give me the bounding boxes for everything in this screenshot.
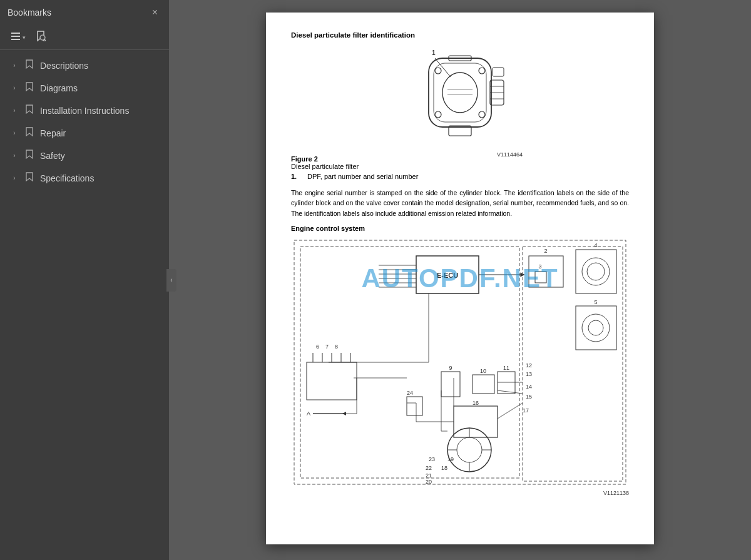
svg-text:E-ECU: E-ECU — [437, 272, 458, 279]
svg-rect-54 — [498, 372, 515, 394]
svg-text:22: 22 — [426, 465, 432, 471]
svg-text:A: A — [307, 410, 310, 417]
svg-rect-28 — [523, 247, 623, 481]
bookmark-icon — [36, 31, 46, 44]
figure-item-text: DPF, part number and serial number — [307, 173, 418, 180]
svg-line-4 — [44, 39, 46, 41]
pdf-body-text-1: The engine serial number is stamped on t… — [291, 188, 629, 218]
svg-text:10: 10 — [480, 368, 486, 374]
svg-text:7: 7 — [325, 344, 329, 350]
chevron-right-icon: › — [10, 84, 19, 91]
svg-line-90 — [498, 403, 523, 419]
svg-point-39 — [582, 314, 610, 342]
svg-rect-60 — [454, 406, 498, 437]
svg-point-10 — [435, 111, 441, 118]
sidebar-item-specifications[interactable]: › Specifications — [3, 167, 166, 189]
sidebar-item-diagrams[interactable]: › Diagrams — [3, 77, 166, 99]
figure-caption-sub: Diesel particulate filter — [291, 163, 629, 170]
svg-rect-41 — [307, 362, 357, 400]
svg-rect-16 — [493, 68, 504, 76]
svg-text:14: 14 — [526, 384, 532, 390]
svg-text:19: 19 — [447, 456, 454, 462]
svg-point-8 — [435, 68, 441, 74]
svg-line-89 — [498, 390, 523, 394]
sidebar-item-safety[interactable]: › Safety — [3, 145, 166, 166]
svg-text:15: 15 — [526, 394, 532, 400]
dpf-diagram-svg: 1 — [397, 43, 523, 149]
svg-text:4: 4 — [594, 242, 597, 248]
svg-text:17: 17 — [523, 407, 529, 414]
svg-point-7 — [442, 73, 478, 113]
svg-text:8: 8 — [335, 344, 338, 350]
svg-text:20: 20 — [426, 479, 432, 485]
svg-point-35 — [582, 258, 610, 285]
sidebar-item-descriptions[interactable]: › Descriptions — [3, 54, 166, 76]
sidebar-item-label: Repair — [40, 128, 66, 138]
svg-point-3 — [40, 35, 45, 40]
main-content: AUTOPDF.NET Diesel particulate filter id… — [169, 0, 751, 560]
chevron-right-icon: › — [10, 62, 19, 69]
pdf-page: AUTOPDF.NET Diesel particulate filter id… — [266, 13, 654, 544]
dpf-diagram-container: 1 V1114464 — [291, 43, 629, 149]
engine-control-title: Engine control system — [291, 225, 629, 232]
svg-text:16: 16 — [473, 400, 479, 406]
bookmark-marker-icon — [24, 82, 35, 94]
pdf-section-title: Diesel particulate filter identification — [291, 31, 629, 39]
svg-text:11: 11 — [503, 365, 509, 371]
sidebar-item-label: Safety — [40, 151, 65, 161]
svg-rect-0 — [11, 33, 20, 34]
sidebar: Bookmarks × ▾ — [0, 0, 169, 560]
chevron-right-icon: › — [10, 130, 19, 136]
svg-point-64 — [457, 437, 482, 462]
svg-text:3: 3 — [538, 263, 541, 270]
chevron-right-icon: › — [10, 152, 19, 159]
sidebar-item-label: Diagrams — [40, 83, 78, 93]
sidebar-close-button[interactable]: × — [148, 6, 161, 19]
sidebar-item-installation-instructions[interactable]: › Installation Instructions — [3, 99, 166, 121]
svg-rect-6 — [434, 63, 486, 122]
list-view-icon — [10, 31, 21, 43]
chevron-down-icon: ▾ — [23, 34, 26, 41]
sidebar-header: Bookmarks × — [0, 0, 169, 25]
svg-rect-1 — [11, 36, 20, 37]
svg-rect-77 — [407, 397, 422, 415]
list-view-button[interactable]: ▾ — [6, 29, 29, 46]
image-code-engine: V1121138 — [291, 490, 629, 496]
svg-rect-31 — [535, 272, 546, 283]
svg-text:23: 23 — [429, 456, 435, 462]
figure-caption-block: Figure 2 Diesel particulate filter 1. DP… — [291, 155, 629, 180]
sidebar-toolbar: ▾ — [0, 25, 169, 50]
svg-text:12: 12 — [526, 362, 532, 369]
engine-control-svg: E-ECU 2 3 4 5 — [291, 237, 629, 487]
chevron-right-icon: › — [10, 175, 19, 181]
sidebar-item-label: Specifications — [40, 173, 94, 183]
svg-point-9 — [479, 68, 485, 74]
dpf-image: 1 V1114464 — [397, 43, 523, 149]
sidebar-collapse-handle[interactable]: ‹ — [166, 269, 176, 292]
svg-text:2: 2 — [544, 248, 547, 254]
bookmark-marker-icon — [24, 104, 35, 116]
bookmark-marker-icon — [24, 59, 35, 71]
collapse-icon: ‹ — [170, 277, 172, 283]
sidebar-item-repair[interactable]: › Repair — [3, 122, 166, 144]
bookmark-find-button[interactable] — [32, 28, 49, 46]
sidebar-title: Bookmarks — [8, 8, 51, 18]
svg-rect-5 — [429, 58, 491, 127]
figure-item-number: 1. — [291, 173, 302, 180]
svg-text:21: 21 — [426, 472, 432, 479]
engine-control-diagram-container: E-ECU 2 3 4 5 — [291, 237, 629, 496]
chevron-right-icon: › — [10, 107, 19, 114]
svg-point-40 — [588, 320, 603, 335]
bookmark-marker-icon — [24, 127, 35, 139]
svg-text:9: 9 — [449, 365, 452, 371]
svg-text:13: 13 — [526, 371, 532, 377]
svg-rect-2 — [11, 39, 20, 40]
figure-list-item-1: 1. DPF, part number and serial number — [291, 173, 629, 180]
svg-text:6: 6 — [316, 344, 319, 350]
svg-text:5: 5 — [594, 299, 597, 305]
sidebar-item-label: Installation Instructions — [40, 106, 129, 116]
bookmark-marker-icon — [24, 172, 35, 184]
svg-text:24: 24 — [407, 390, 413, 396]
bookmark-list: › Descriptions › Diagrams › — [0, 50, 169, 560]
sidebar-item-label: Descriptions — [40, 61, 88, 71]
